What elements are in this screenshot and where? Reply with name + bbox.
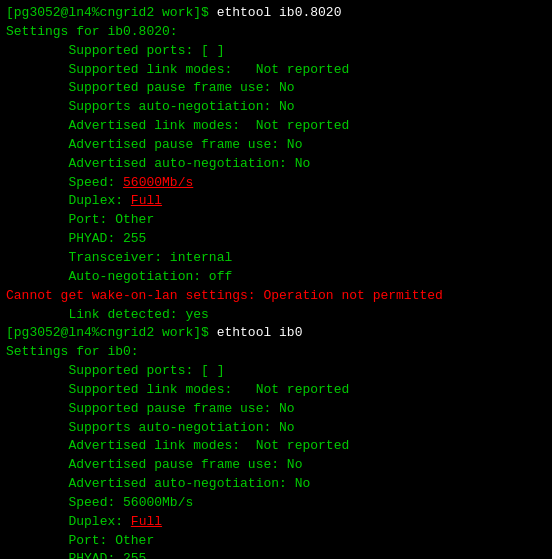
terminal-line-14: Auto-negotiation: off xyxy=(6,268,546,287)
terminal-line-13: Transceiver: internal xyxy=(6,249,546,268)
terminal-line-19: Supported ports: [ ] xyxy=(6,362,546,381)
terminal-window[interactable]: [pg3052@ln4%cngrid2 work]$ ethtool ib0.8… xyxy=(0,0,552,559)
terminal-line-20: Supported link modes: Not reported xyxy=(6,381,546,400)
terminal-line-2: Supported ports: [ ] xyxy=(6,42,546,61)
field-label: Duplex: xyxy=(68,193,130,208)
terminal-line-6: Advertised link modes: Not reported xyxy=(6,117,546,136)
terminal-line-11: Port: Other xyxy=(6,211,546,230)
terminal-line-7: Advertised pause frame use: No xyxy=(6,136,546,155)
command: ethtool ib0.8020 xyxy=(217,5,342,20)
terminal-line-28: Port: Other xyxy=(6,532,546,551)
terminal-line-10: Duplex: Full xyxy=(6,192,546,211)
prompt: [pg3052@ln4%cngrid2 work]$ xyxy=(6,5,217,20)
terminal-line-9: Speed: 56000Mb/s xyxy=(6,174,546,193)
field-label: Speed: xyxy=(68,495,123,510)
field-value: Full xyxy=(131,193,162,208)
terminal-line-26: Speed: 56000Mb/s xyxy=(6,494,546,513)
terminal-line-22: Supports auto-negotiation: No xyxy=(6,419,546,438)
terminal-line-21: Supported pause frame use: No xyxy=(6,400,546,419)
terminal-line-16: Link detected: yes xyxy=(6,306,546,325)
terminal-line-18: Settings for ib0: xyxy=(6,343,546,362)
terminal-line-23: Advertised link modes: Not reported xyxy=(6,437,546,456)
terminal-content: [pg3052@ln4%cngrid2 work]$ ethtool ib0.8… xyxy=(6,4,546,559)
terminal-line-5: Supports auto-negotiation: No xyxy=(6,98,546,117)
terminal-line-0: [pg3052@ln4%cngrid2 work]$ ethtool ib0.8… xyxy=(6,4,546,23)
terminal-line-17: [pg3052@ln4%cngrid2 work]$ ethtool ib0 xyxy=(6,324,546,343)
field-value: 56000Mb/s xyxy=(123,175,193,190)
command: ethtool ib0 xyxy=(217,325,303,340)
field-label: Speed: xyxy=(68,175,123,190)
terminal-line-12: PHYAD: 255 xyxy=(6,230,546,249)
terminal-line-8: Advertised auto-negotiation: No xyxy=(6,155,546,174)
terminal-line-27: Duplex: Full xyxy=(6,513,546,532)
warning-line: Cannot get wake-on-lan settings: Operati… xyxy=(6,287,546,306)
field-value: Full xyxy=(131,514,162,529)
terminal-line-29: PHYAD: 255 xyxy=(6,550,546,559)
field-label: Duplex: xyxy=(68,514,130,529)
terminal-line-1: Settings for ib0.8020: xyxy=(6,23,546,42)
terminal-line-24: Advertised pause frame use: No xyxy=(6,456,546,475)
field-value: 56000Mb/s xyxy=(123,495,193,510)
terminal-line-3: Supported link modes: Not reported xyxy=(6,61,546,80)
prompt: [pg3052@ln4%cngrid2 work]$ xyxy=(6,325,217,340)
terminal-line-4: Supported pause frame use: No xyxy=(6,79,546,98)
terminal-line-25: Advertised auto-negotiation: No xyxy=(6,475,546,494)
